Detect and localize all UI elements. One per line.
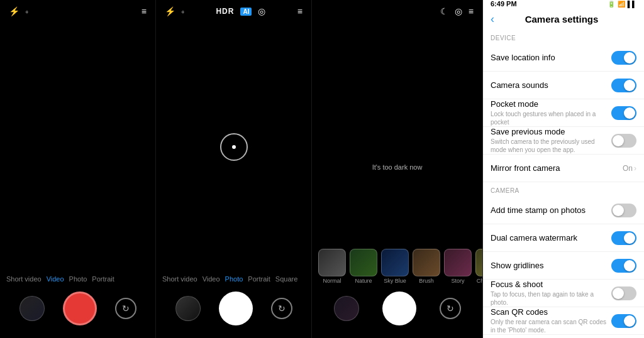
rotate-icon-2[interactable]: ↻ (271, 298, 292, 319)
focus-ring (220, 133, 248, 161)
filter-brush[interactable]: Brush (413, 249, 440, 284)
filter-label-brush: Brush (419, 278, 434, 284)
toggle-dual-watermark[interactable] (611, 231, 636, 245)
settings-title-row: ‹ Camera settings (483, 8, 644, 30)
menu-icon-3[interactable]: ≡ (469, 6, 474, 16)
filter-thumb-normal (318, 249, 346, 276)
mode-video-2[interactable]: Video (203, 275, 220, 283)
filter-label-normal: Normal (323, 278, 341, 284)
camera-toolbar-2: ⚡ ₀ HDR AI ◎ ≡ (156, 0, 311, 23)
mode-square-2[interactable]: Square (275, 275, 297, 283)
filter-label-childhood: Childhood (477, 278, 482, 284)
toggle-camera-sounds[interactable] (611, 79, 636, 92)
mode-portrait-1[interactable]: Portrait (92, 275, 114, 283)
mode-tabs-2: Short video Video Photo Portrait Square (156, 271, 311, 286)
setting-save-location: Save location info (483, 44, 644, 72)
toggle-save-previous[interactable] (611, 134, 636, 148)
back-button[interactable]: ‹ (491, 13, 494, 26)
mode-portrait-2[interactable]: Portrait (248, 275, 270, 283)
gallery-thumb-2[interactable] (175, 296, 201, 321)
setting-timestamp-content: Add time stamp on photos (491, 205, 611, 215)
filter-nature[interactable]: Nature (350, 249, 377, 284)
setting-gridlines-content: Show gridlines (491, 261, 611, 270)
filter-story[interactable]: Story (444, 249, 472, 284)
setting-pocket-mode-title: Pocket mode (491, 99, 611, 109)
setting-save-previous: Save previous mode Switch camera to the … (483, 127, 644, 155)
camera-panel-1: ⚡ ₀ ≡ Short video Video Photo Portrait ↻ (0, 0, 156, 338)
flash-label-2: ₀ (182, 8, 184, 14)
camera-center-3: It's too dark now (312, 23, 482, 246)
flash-icon-1[interactable]: ⚡ (9, 6, 19, 16)
setting-scan-qr: Scan QR codes Only the rear camera can s… (483, 307, 644, 335)
shutter-btn-2[interactable] (219, 292, 253, 325)
hdr-label[interactable]: HDR (216, 7, 234, 16)
flash-icon-2[interactable]: ⚡ (165, 6, 175, 16)
gallery-thumb-3[interactable] (334, 296, 359, 321)
mode-photo-1[interactable]: Photo (69, 275, 87, 283)
menu-icon-1[interactable]: ≡ (142, 6, 147, 16)
battery-icon: 🔋 (608, 1, 615, 8)
setting-save-previous-subtitle: Switch camera to the previously used mod… (491, 138, 611, 154)
rotate-icon-3[interactable]: ↻ (440, 298, 461, 319)
toggle-timestamp[interactable] (611, 204, 636, 217)
camera-bottom-3: Normal Nature Sky Blue Brush Story Child… (312, 246, 482, 338)
rotate-icon-1[interactable]: ↻ (115, 298, 136, 319)
controls-row-2: ↻ (156, 286, 311, 333)
focus-dot (232, 145, 236, 149)
camera-toolbar-1: ⚡ ₀ ≡ (0, 0, 155, 23)
toggle-focus-shoot[interactable] (611, 286, 636, 300)
camera-panel-2: ⚡ ₀ HDR AI ◎ ≡ Short video Video Photo P… (156, 0, 312, 338)
setting-dual-watermark-title: Dual camera watermark (491, 233, 611, 243)
setting-dual-watermark-content: Dual camera watermark (491, 233, 611, 243)
mode-video-1[interactable]: Video (47, 275, 64, 283)
status-bar: 6:49 PM 🔋 📶 ▌▌ (483, 0, 644, 8)
settings-panel: 6:49 PM 🔋 📶 ▌▌ ‹ Camera settings DEVICE … (483, 0, 644, 338)
filter-thumb-story (444, 249, 472, 276)
mode-tabs-1: Short video Video Photo Portrait (0, 271, 155, 286)
setting-save-location-title: Save location info (491, 53, 611, 62)
menu-icon-2[interactable]: ≡ (297, 6, 303, 16)
camera-panel-3: ☾ ◎ ≡ It's too dark now Normal Nature Sk… (312, 0, 483, 338)
mode-short-video-1[interactable]: Short video (6, 275, 42, 283)
setting-save-previous-content: Save previous mode Switch camera to the … (491, 127, 611, 154)
filter-strip: Normal Nature Sky Blue Brush Story Child… (312, 246, 482, 286)
toolbar-left-2: ⚡ ₀ (165, 6, 184, 16)
filter-thumb-sky-blue (381, 249, 409, 276)
setting-focus-shoot: Focus & shoot Tap to focus, then tap aga… (483, 280, 644, 307)
setting-pocket-mode-content: Pocket mode Lock touch gestures when pla… (491, 99, 611, 126)
signal-icon: ▌▌ (628, 1, 636, 8)
controls-row-1: ↻ (0, 286, 155, 333)
toolbar-right-3: ☾ ◎ ≡ (440, 6, 474, 16)
setting-focus-shoot-subtitle: Tap to focus, then tap again to take a p… (491, 290, 611, 307)
flash-label-1: ₀ (26, 8, 28, 14)
moon-icon[interactable]: ☾ (440, 6, 448, 16)
mode-photo-2[interactable]: Photo (225, 275, 243, 283)
settings-title: Camera settings (499, 14, 624, 25)
toggle-pocket-mode[interactable] (611, 106, 636, 120)
setting-timestamp-title: Add time stamp on photos (491, 205, 611, 215)
ai-badge[interactable]: AI (240, 8, 252, 16)
gallery-thumb-1[interactable] (19, 296, 45, 321)
filter-sky-blue[interactable]: Sky Blue (381, 249, 409, 284)
mode-short-video-2[interactable]: Short video (162, 275, 197, 283)
filter-normal[interactable]: Normal (318, 249, 346, 284)
camera-toolbar-3: ☾ ◎ ≡ (312, 0, 482, 23)
camera-bottom-2: Short video Video Photo Portrait Square … (156, 271, 311, 338)
setting-focus-shoot-content: Focus & shoot Tap to focus, then tap aga… (491, 280, 611, 307)
setting-mirror-front[interactable]: Mirror front camera On › (483, 155, 644, 182)
shutter-btn-3[interactable] (382, 292, 416, 325)
setting-camera-sounds-title: Camera sounds (491, 80, 611, 90)
toolbar-left-1: ⚡ ₀ (9, 6, 28, 16)
filters-icon-2[interactable]: ◎ (258, 6, 265, 16)
toggle-scan-qr[interactable] (611, 314, 636, 328)
toggle-save-location[interactable] (611, 51, 636, 65)
setting-scan-qr-subtitle: Only the rear camera can scan QR codes i… (491, 318, 611, 334)
filters-icon-3[interactable]: ◎ (455, 6, 462, 16)
toggle-gridlines[interactable] (611, 259, 636, 273)
wifi-icon: 📶 (618, 1, 625, 8)
chevron-icon: › (634, 164, 636, 173)
camera-center-1 (0, 23, 155, 271)
shutter-btn-1[interactable] (63, 292, 97, 325)
filter-childhood[interactable]: Childhood (475, 249, 482, 284)
filter-label-nature: Nature (355, 278, 372, 284)
